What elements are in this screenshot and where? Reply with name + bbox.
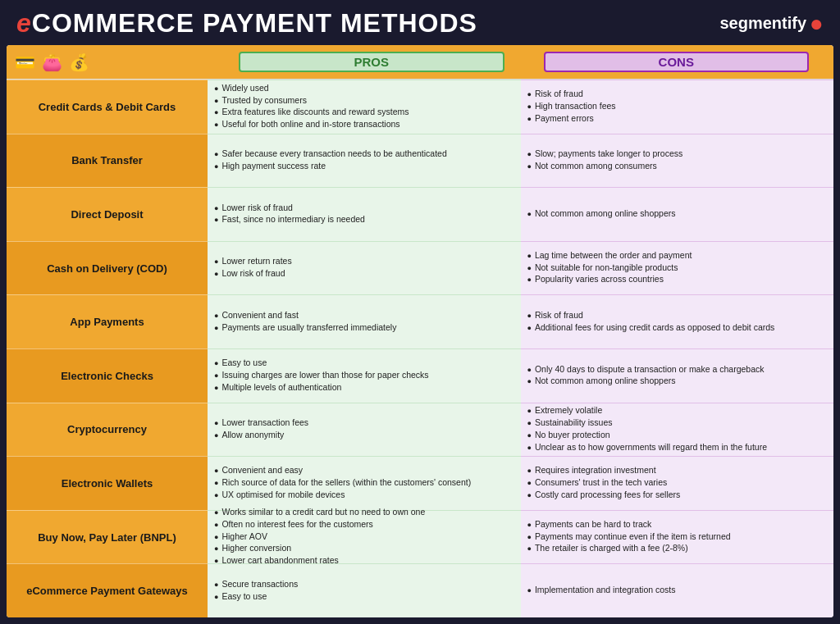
table-row: Credit Cards & Debit Cards●Widely used●T… [7, 80, 833, 134]
table-row: Direct Deposit●Lower risk of fraud●Fast,… [7, 187, 833, 241]
bullet-dot: ● [527, 324, 532, 334]
pros-cell: ●Safer because every transaction needs t… [208, 134, 521, 188]
bullet-dot: ● [214, 257, 218, 267]
cons-cell: ●Risk of fraud●Additional fees for using… [521, 294, 834, 348]
method-cell: Direct Deposit [7, 187, 208, 241]
wallet-icon: 👛 [42, 52, 62, 72]
pros-text: Issuing charges are lower than those for… [221, 370, 428, 381]
pros-text: Extra features like discounts and reward… [221, 107, 409, 118]
bullet-dot: ● [527, 479, 532, 489]
bullet-dot: ● [527, 210, 532, 220]
bullet-dot: ● [214, 108, 218, 118]
method-cell: Buy Now, Pay Later (BNPL) [7, 510, 208, 564]
cons-cell: ●Risk of fraud●High transaction fees●Pay… [521, 80, 834, 134]
bullet-dot: ● [214, 581, 218, 590]
icon-row: 💳 👛 💰 PROS CONS [7, 45, 833, 80]
table-row: Bank Transfer●Safer because every transa… [7, 134, 833, 188]
bullet-dot: ● [527, 491, 532, 501]
cons-text: Lag time between the order and payment [535, 250, 692, 262]
brand-logo: segmentify● [719, 12, 824, 35]
brand-dot: ● [810, 12, 824, 35]
cons-text: Additional fees for using credit cards a… [535, 322, 774, 334]
pros-text: Works similar to a credit card but no ne… [221, 507, 425, 518]
bullet-dot: ● [214, 84, 218, 94]
bullet-dot: ● [214, 479, 218, 489]
pros-cell: ●Convenient and easy●Rich source of data… [208, 456, 521, 510]
pros-cell: ●Lower return rates●Low risk of fraud [208, 241, 521, 295]
pros-text: Higher AOV [221, 531, 267, 543]
money-icon: 💰 [69, 52, 89, 72]
table-row: Electronic Checks●Easy to use●Issuing ch… [7, 348, 833, 403]
pros-cell: ●Convenient and fast●Payments are usuall… [208, 294, 521, 348]
pros-text: Lower risk of fraud [221, 203, 292, 214]
cons-text: High transaction fees [535, 101, 616, 112]
bullet-dot: ● [527, 115, 532, 125]
bullet-dot: ● [214, 544, 218, 554]
cons-cell: ●Lag time between the order and payment●… [521, 241, 834, 295]
pros-cell: ●Works similar to a credit card but no n… [208, 510, 521, 564]
pros-text: Often no interest fees for the customers [221, 519, 372, 531]
bullet-dot: ● [527, 312, 532, 321]
bullet-dot: ● [214, 97, 218, 107]
pros-cell: ●Secure transactions●Easy to use [208, 563, 521, 617]
page: eCOMMERCE PAYMENT METHODS segmentify● 💳 … [0, 0, 840, 624]
bullet-dot: ● [214, 533, 218, 543]
cons-text: Payments can be hard to track [535, 519, 651, 531]
bullet-dot: ● [527, 419, 532, 429]
pros-text: Widely used [221, 83, 268, 94]
pros-text: Multiple levels of authentication [221, 382, 341, 394]
pros-text: Trusted by consumers [221, 95, 306, 107]
bullet-dot: ● [214, 270, 218, 280]
cons-text: Not common among consumers [535, 161, 657, 172]
bullet-dot: ● [527, 252, 532, 262]
method-cell: Cryptocurrency [7, 403, 208, 457]
method-cell: eCommerce Payment Gateways [7, 563, 208, 617]
bullet-dot: ● [214, 384, 218, 394]
bullet-dot: ● [527, 102, 532, 112]
bullet-dot: ● [527, 467, 532, 476]
bullet-dot: ● [527, 276, 532, 285]
bullet-dot: ● [214, 312, 218, 321]
bullet-dot: ● [527, 544, 532, 554]
bullet-dot: ● [214, 121, 218, 130]
cons-cell: ●Slow; payments take longer to process●N… [521, 134, 834, 188]
method-cell: Electronic Wallets [7, 456, 208, 510]
bullet-dot: ● [527, 150, 532, 160]
cons-text: No buyer protection [535, 430, 610, 441]
cons-cell: ●Payments can be hard to track●Payments … [521, 510, 834, 564]
bullet-dot: ● [214, 508, 218, 518]
cons-text: Consumers' trust in the tech varies [535, 477, 667, 489]
cons-text: Slow; payments take longer to process [535, 148, 682, 160]
bullet-dot: ● [214, 204, 218, 214]
table-row: Cryptocurrency●Lower transaction fees●Al… [7, 403, 833, 457]
cons-text: Unclear as to how governments will regar… [535, 442, 767, 453]
brand-name: segmentify [719, 14, 806, 33]
pros-header: PROS [239, 52, 504, 72]
page-title: eCOMMERCE PAYMENT METHODS [16, 8, 477, 39]
bullet-dot: ● [527, 162, 532, 172]
pros-text: Secure transactions [221, 579, 298, 590]
cons-text: Only 40 days to dispute a transaction or… [535, 364, 765, 376]
pros-text: Low risk of fraud [221, 268, 285, 280]
cons-cell: ●Only 40 days to dispute a transaction o… [521, 348, 834, 403]
bullet-dot: ● [527, 377, 532, 387]
bullet-dot: ● [527, 521, 532, 531]
pros-text: Lower return rates [221, 256, 291, 267]
bullet-dot: ● [214, 371, 218, 381]
cons-text: The retailer is charged with a fee (2-8%… [535, 543, 688, 554]
bullet-dot: ● [214, 419, 218, 429]
method-cell: App Payments [7, 294, 208, 348]
bullet-dot: ● [527, 431, 532, 441]
pros-cell: ●Easy to use●Issuing charges are lower t… [208, 348, 521, 403]
bullet-dot: ● [214, 431, 218, 441]
pros-text: UX optimised for mobile devices [221, 490, 345, 501]
pros-text: Safer because every transaction needs to… [221, 148, 446, 160]
bullet-dot: ● [214, 467, 218, 476]
bullet-dot: ● [214, 359, 218, 369]
bullet-dot: ● [527, 586, 532, 596]
method-cell: Bank Transfer [7, 134, 208, 188]
table-row: eCommerce Payment Gateways●Secure transa… [7, 563, 833, 617]
table-row: Buy Now, Pay Later (BNPL)●Works similar … [7, 510, 833, 564]
main-content: 💳 👛 💰 PROS CONS Credit Cards & Debit Car… [7, 45, 833, 617]
credit-card-icon: 💳 [15, 52, 35, 72]
